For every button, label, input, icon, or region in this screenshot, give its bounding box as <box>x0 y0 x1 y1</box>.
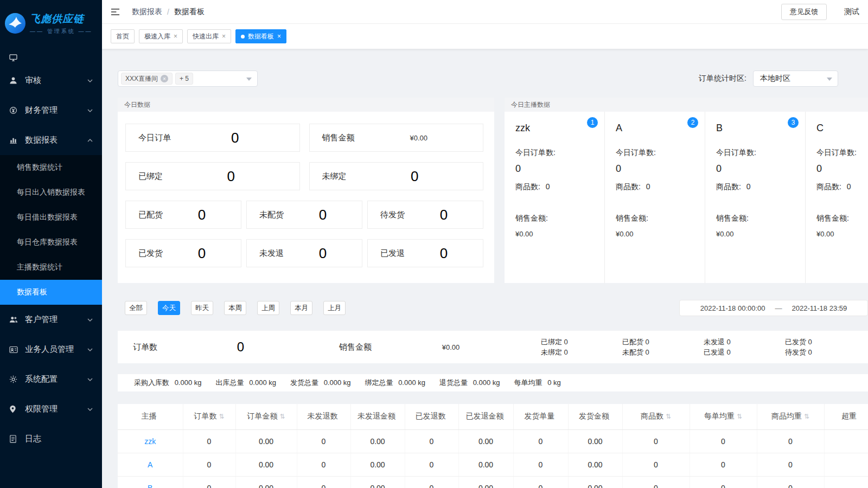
breadcrumb-item[interactable]: 数据报表 <box>132 7 162 17</box>
stat-label: 已发货 <box>126 248 163 259</box>
anchor-link[interactable]: zzk <box>144 437 156 446</box>
chevron-down-icon <box>246 78 252 81</box>
sidebar-item-daily-warehouse[interactable]: 每日仓库数据报表 <box>0 230 102 255</box>
table-cell: 0 <box>183 453 235 476</box>
table-column-header[interactable]: 已发退数 <box>405 404 458 429</box>
table-cell: 0.00 <box>235 429 297 453</box>
sidebar-item-label: 业务人员管理 <box>25 344 87 355</box>
close-icon[interactable]: × <box>277 33 281 40</box>
stat-label: 未发退 <box>247 248 284 259</box>
tag-close-icon[interactable]: × <box>161 75 168 82</box>
sidebar-item-report[interactable]: 数据报表 <box>0 125 102 155</box>
sidebar-item-anchor-stats[interactable]: 主播数据统计 <box>0 255 102 280</box>
sidebar-item-log[interactable]: 日志 <box>0 424 102 454</box>
sidebar-item-finance[interactable]: 财务管理 <box>0 95 102 125</box>
sidebar-item-customer[interactable]: 客户管理 <box>0 305 102 335</box>
tab-dashboard[interactable]: 数据看板 × <box>235 29 286 43</box>
date-range-picker[interactable]: 2022-11-18 00:00:00 — 2022-11-18 23:59 <box>679 300 868 316</box>
anchor-sales-label: 销售金额: <box>616 214 705 223</box>
range-yesterday-button[interactable]: 昨天 <box>191 301 213 315</box>
anchor-link[interactable]: B <box>148 484 152 488</box>
range-this-week-button[interactable]: 本周 <box>224 301 246 315</box>
tag-label: + 5 <box>180 75 189 82</box>
sidebar-item-sales-stats[interactable]: 销售数据统计 <box>0 155 102 180</box>
summary-pair: 已发货 0 待发货 0 <box>774 337 856 357</box>
table-cell: 0.00 <box>458 453 513 476</box>
panel-title: 今日主播数据 <box>505 98 868 112</box>
timezone-group: 订单统计时区: 本地时区 <box>699 70 868 87</box>
range-start-date: 2022-11-18 00:00:00 <box>700 304 765 312</box>
timezone-value: 本地时区 <box>760 74 790 84</box>
total-value: 0.000 kg <box>473 378 500 387</box>
users-icon <box>9 316 20 324</box>
stat-unallocated: 未配货 0 <box>246 201 362 229</box>
stat-value: 0 <box>405 245 483 262</box>
table-column-header[interactable]: 未发退金额 <box>350 404 405 429</box>
sidebar-item-system[interactable]: 系统配置 <box>0 364 102 394</box>
stat-today-orders: 今日订单 0 <box>125 124 300 152</box>
range-today-button[interactable]: 今天 <box>158 301 180 315</box>
rank-badge: 3 <box>788 117 799 128</box>
selected-room-tag[interactable]: XXX直播间 × <box>121 73 173 85</box>
close-icon[interactable]: × <box>174 33 177 40</box>
sidebar-item-daily-inout[interactable]: 每日出入销数据报表 <box>0 180 102 205</box>
table-column-header[interactable]: 商品均重⇅ <box>757 404 824 429</box>
anchor-orders-value: 0 <box>616 163 705 175</box>
sidebar-item-partial[interactable] <box>0 47 102 66</box>
sidebar-item-audit[interactable]: 审核 <box>0 66 102 95</box>
table-row: B 0 0.00 0 0.00 0 <box>118 476 868 488</box>
table-column-header[interactable]: 未发退数 <box>297 404 350 429</box>
sort-icon: ⇅ <box>219 413 224 420</box>
summary-pair: 未发退 0 已发退 0 <box>693 337 774 357</box>
sort-icon: ⇅ <box>804 413 809 420</box>
table-cell: 0 <box>405 453 458 476</box>
money-icon <box>9 106 20 114</box>
sidebar-item-label: 财务管理 <box>25 105 87 115</box>
tab-fast-outbound[interactable]: 快速出库 × <box>187 29 231 43</box>
tab-home[interactable]: 首页 <box>111 29 135 43</box>
summary-pair-top: 已发货 0 <box>785 337 856 347</box>
sidebar-item-dashboard[interactable]: 数据看板 <box>0 280 102 305</box>
table-cell: 0.00 <box>350 429 405 453</box>
timezone-select[interactable]: 本地时区 <box>753 70 838 87</box>
table-column-header[interactable]: 订单数⇅ <box>183 404 235 429</box>
anchor-link[interactable]: A <box>148 460 152 469</box>
table-cell: 0 <box>690 429 757 453</box>
range-all-button[interactable]: 全部 <box>125 301 147 315</box>
table-cell: 0 <box>297 429 350 453</box>
topbar-right: 意见反馈 测试 <box>781 4 859 20</box>
table-column-header[interactable]: 订单金额⇅ <box>235 404 297 429</box>
table-column-header[interactable]: 每单均重⇅ <box>690 404 757 429</box>
anchor-goods-value: 0 <box>546 182 550 191</box>
table-column-header[interactable]: 已发退金额 <box>458 404 513 429</box>
close-icon[interactable]: × <box>222 33 226 40</box>
range-last-week-button[interactable]: 上周 <box>257 301 279 315</box>
table-column-header[interactable]: 发货单量 <box>513 404 568 429</box>
more-tags-badge: + 5 <box>175 73 193 85</box>
sidebar-item-daily-lend[interactable]: 每日借出数据报表 <box>0 205 102 230</box>
stat-to-ship: 待发货 0 <box>367 201 483 229</box>
summary-pair-bottom: 未绑定 0 <box>541 347 611 357</box>
table-cell: 0 <box>690 476 757 488</box>
user-name[interactable]: 测试 <box>844 7 859 17</box>
room-filter-select[interactable]: XXX直播间 × + 5 <box>118 70 258 87</box>
tab-fast-inbound[interactable]: 极速入库 × <box>139 29 183 43</box>
anchor-sales-value: ¥0.00 <box>816 230 868 238</box>
range-last-month-button[interactable]: 上月 <box>323 301 346 315</box>
table-column-header[interactable]: 主播 <box>118 404 183 429</box>
sidebar-item-permission[interactable]: 权限管理 <box>0 394 102 424</box>
anchor-name: C <box>816 123 824 133</box>
range-buttons: 全部 今天 昨天 本周 上周 本月 上月 <box>118 301 346 315</box>
table-column-header[interactable]: 超重 <box>824 404 868 429</box>
menu-fold-icon[interactable] <box>111 8 120 16</box>
chevron-down-icon <box>87 348 93 351</box>
sidebar-item-staff[interactable]: 业务人员管理 <box>0 335 102 364</box>
stat-value: 0 <box>405 207 483 223</box>
feedback-button[interactable]: 意见反馈 <box>781 4 827 20</box>
summary-pair: 已绑定 0 未绑定 0 <box>530 337 611 357</box>
table-column-header[interactable]: 发货金额 <box>568 404 622 429</box>
range-this-month-button[interactable]: 本月 <box>290 301 312 315</box>
brand-logo: 飞彪供应链 —— 管理系统 —— <box>0 0 102 47</box>
anchor-orders-label: 今日订单数: <box>616 148 705 158</box>
table-column-header[interactable]: 商品数⇅ <box>622 404 690 429</box>
